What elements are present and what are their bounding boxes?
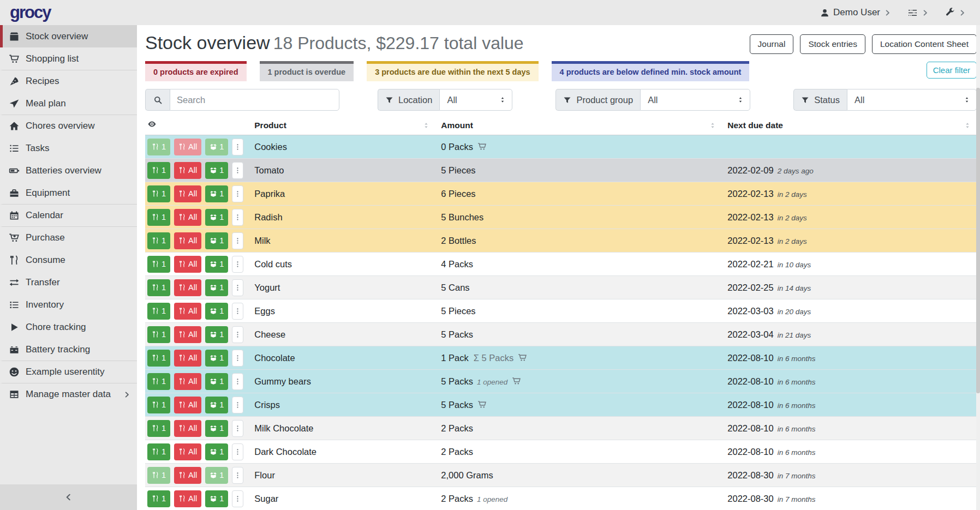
status-card-due-soon[interactable]: 3 products are due within the next 5 day… (367, 61, 538, 81)
consume-one-button[interactable]: 1 (147, 279, 170, 296)
consume-all-button[interactable]: All (174, 139, 201, 155)
row-menu-button[interactable] (232, 373, 243, 390)
open-one-button[interactable]: 1 (205, 443, 228, 460)
consume-one-button[interactable]: 1 (147, 490, 170, 507)
open-one-button[interactable]: 1 (205, 256, 228, 273)
open-one-button[interactable]: 1 (205, 397, 228, 413)
stock-entries-button[interactable]: Stock entries (800, 34, 865, 54)
row-menu-button[interactable] (232, 350, 243, 367)
open-one-button[interactable]: 1 (205, 303, 228, 320)
consume-all-button[interactable]: All (174, 467, 201, 484)
consume-one-button[interactable]: 1 (147, 443, 170, 460)
sidebar-item-meal-plan[interactable]: Meal plan (0, 92, 137, 115)
sidebar-collapse-button[interactable] (0, 484, 137, 510)
consume-one-button[interactable]: 1 (147, 185, 170, 202)
sidebar-item-equipment[interactable]: Equipment (0, 182, 137, 204)
consume-one-button[interactable]: 1 (147, 139, 170, 155)
sidebar-item-transfer[interactable]: Transfer (0, 271, 137, 293)
sidebar-item-shopping-list[interactable]: Shopping list (0, 47, 137, 70)
row-menu-button[interactable] (232, 162, 243, 179)
consume-all-button[interactable]: All (174, 232, 201, 249)
row-menu-button[interactable] (232, 397, 243, 413)
sidebar-item-tasks[interactable]: Tasks (0, 137, 137, 159)
row-menu-button[interactable] (232, 256, 243, 273)
filter-select-product-group[interactable]: All (640, 89, 750, 111)
row-menu-button[interactable] (232, 139, 243, 155)
sidebar-item-calendar[interactable]: Calendar (0, 204, 137, 226)
sidebar-item-chore-tracking[interactable]: Chore tracking (0, 316, 137, 338)
sidebar-item-inventory[interactable]: Inventory (0, 293, 137, 316)
consume-all-button[interactable]: All (174, 443, 201, 460)
open-one-button[interactable]: 1 (205, 232, 228, 249)
sidebar-item-example-userentity[interactable]: Example userentity (0, 361, 137, 383)
row-menu-button[interactable] (232, 209, 243, 226)
sidebar-item-manage-master-data[interactable]: Manage master data (0, 383, 137, 405)
scrollbar-thumb[interactable] (976, 88, 980, 393)
open-one-button[interactable]: 1 (205, 350, 228, 367)
row-menu-button[interactable] (232, 420, 243, 437)
open-one-button[interactable]: 1 (205, 467, 228, 484)
open-one-button[interactable]: 1 (205, 209, 228, 226)
consume-all-button[interactable]: All (174, 490, 201, 507)
consume-one-button[interactable]: 1 (147, 256, 170, 273)
consume-one-button[interactable]: 1 (147, 467, 170, 484)
clear-filter-button[interactable]: Clear filter (927, 62, 977, 79)
row-menu-button[interactable] (232, 185, 243, 202)
consume-all-button[interactable]: All (174, 420, 201, 437)
open-one-button[interactable]: 1 (205, 373, 228, 390)
open-one-button[interactable]: 1 (205, 139, 228, 155)
consume-one-button[interactable]: 1 (147, 162, 170, 179)
consume-one-button[interactable]: 1 (147, 397, 170, 413)
open-one-button[interactable]: 1 (205, 420, 228, 437)
location-content-sheet-button[interactable]: Location Content Sheet (872, 34, 977, 54)
consume-one-button[interactable]: 1 (147, 232, 170, 249)
admin-menu[interactable] (945, 8, 966, 17)
consume-one-button[interactable]: 1 (147, 326, 170, 343)
sidebar-item-chores-overview[interactable]: Chores overview (0, 115, 137, 137)
user-menu[interactable]: Demo User (820, 7, 891, 18)
consume-all-button[interactable]: All (174, 397, 201, 413)
row-menu-button[interactable] (232, 303, 243, 320)
journal-button[interactable]: Journal (750, 34, 794, 54)
row-menu-button[interactable] (232, 467, 243, 484)
consume-one-button[interactable]: 1 (147, 209, 170, 226)
consume-all-button[interactable]: All (174, 209, 201, 226)
consume-all-button[interactable]: All (174, 279, 201, 296)
row-menu-button[interactable] (232, 443, 243, 460)
consume-one-button[interactable]: 1 (147, 303, 170, 320)
row-menu-button[interactable] (232, 490, 243, 507)
column-header-amount[interactable]: Amount (435, 118, 722, 135)
consume-all-button[interactable]: All (174, 185, 201, 202)
status-card-below-min[interactable]: 4 products are below defined min. stock … (552, 61, 750, 81)
filter-select-status[interactable]: All (847, 89, 977, 111)
consume-one-button[interactable]: 1 (147, 420, 170, 437)
open-one-button[interactable]: 1 (205, 279, 228, 296)
sidebar-item-stock-overview[interactable]: Stock overview (0, 25, 137, 47)
open-one-button[interactable]: 1 (205, 326, 228, 343)
row-menu-button[interactable] (232, 232, 243, 249)
settings-menu[interactable] (907, 8, 929, 18)
column-header-product[interactable]: Product (249, 118, 435, 135)
sidebar-item-purchase[interactable]: Purchase (0, 226, 137, 249)
consume-one-button[interactable]: 1 (147, 350, 170, 367)
status-card-overdue[interactable]: 1 product is overdue (260, 61, 354, 81)
filter-select-location[interactable]: All (439, 89, 512, 111)
row-menu-button[interactable] (232, 279, 243, 296)
open-one-button[interactable]: 1 (205, 185, 228, 202)
row-menu-button[interactable] (232, 326, 243, 343)
consume-all-button[interactable]: All (174, 256, 201, 273)
scrollbar-track[interactable] (976, 25, 980, 510)
open-one-button[interactable]: 1 (205, 162, 228, 179)
consume-all-button[interactable]: All (174, 373, 201, 390)
consume-all-button[interactable]: All (174, 350, 201, 367)
sidebar-item-battery-tracking[interactable]: Battery tracking (0, 338, 137, 361)
consume-all-button[interactable]: All (174, 162, 201, 179)
sidebar-item-batteries-overview[interactable]: Batteries overview (0, 159, 137, 182)
search-input[interactable] (170, 89, 339, 111)
sidebar-item-recipes[interactable]: Recipes (0, 70, 137, 92)
consume-all-button[interactable]: All (174, 303, 201, 320)
open-one-button[interactable]: 1 (205, 490, 228, 507)
status-card-expired[interactable]: 0 products are expired (145, 61, 247, 81)
column-header-next-due-date[interactable]: Next due date (722, 118, 977, 135)
consume-all-button[interactable]: All (174, 326, 201, 343)
